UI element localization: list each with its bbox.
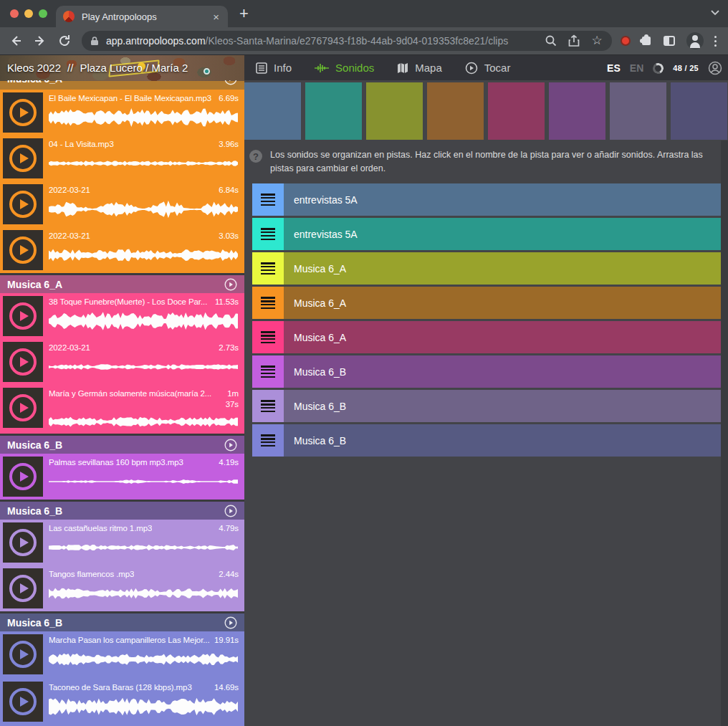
share-icon[interactable] [567, 34, 580, 47]
clip-duration: 14.69s [214, 682, 239, 693]
drag-handle-icon [261, 194, 275, 206]
account-icon[interactable] [708, 61, 722, 75]
track-drag-handle[interactable] [252, 321, 284, 353]
track-row[interactable]: Musica 6_A [252, 321, 721, 353]
track-drag-handle[interactable] [252, 218, 284, 250]
clip-play-button[interactable] [3, 634, 43, 674]
track-row[interactable]: entrevistas 5A [252, 183, 721, 216]
track-name[interactable]: Musica 6_B [284, 424, 721, 457]
track-color-swatch [549, 82, 605, 140]
play-icon [9, 394, 37, 421]
clip-waveform [49, 356, 239, 378]
track-row[interactable]: Musica 6_A [252, 252, 721, 285]
profile-avatar[interactable] [686, 32, 704, 49]
clip-play-button[interactable] [3, 92, 43, 133]
zoom-window-button[interactable] [39, 9, 47, 18]
scroll-gutter[interactable] [721, 140, 728, 726]
clip-item[interactable]: 2022-03-21 6.84s [0, 181, 244, 227]
tab-tocar[interactable]: Tocar [465, 62, 511, 75]
clip-play-button[interactable] [3, 230, 43, 270]
clip-item[interactable]: El Baile Mexicapan - El Baile Mexicapan.… [0, 90, 244, 135]
track-row[interactable]: Musica 6_B [252, 355, 721, 388]
clip-play-button[interactable] [3, 388, 43, 428]
breadcrumb-project[interactable]: Kleos 2022 [7, 62, 61, 74]
track-row[interactable]: Musica 6_A [252, 287, 721, 319]
clip-title: Tangos flamencos .mp3 [49, 569, 134, 580]
close-window-button[interactable] [10, 9, 19, 18]
track-drag-handle[interactable] [252, 390, 284, 422]
side-panel-icon[interactable] [664, 36, 675, 46]
clip-waveform [49, 413, 239, 431]
clip-item[interactable]: 38 Toque Funebre(Muerte) - Los Doce Par.… [0, 293, 244, 339]
track-name[interactable]: Musica 6_B [284, 390, 721, 422]
clip-item[interactable]: Palmas sevillanas 160 bpm mp3.mp3 4.19s [0, 454, 244, 500]
track-name[interactable]: Musica 6_B [284, 355, 721, 388]
minimize-window-button[interactable] [24, 9, 33, 18]
clip-list[interactable]: Musica 6_A El Baile Mexicapan - El Baile… [0, 80, 244, 726]
track-name[interactable]: entrevistas 5A [284, 218, 721, 250]
lang-en-button[interactable]: EN [630, 62, 643, 74]
track-section-header[interactable]: Musica 6_B [0, 502, 244, 520]
forward-button[interactable] [33, 34, 47, 48]
tab-mapa[interactable]: Mapa [397, 62, 442, 74]
tab-title: Play Antropoloops [82, 11, 211, 22]
clip-item[interactable]: Marcha Pasan los campanilleros Las Mejor… [0, 631, 244, 679]
map-thumbnail[interactable]: Kleos 2022 // Plaza Lucero / María 2 [0, 55, 244, 81]
section-play-icon[interactable] [224, 616, 237, 629]
lang-es-button[interactable]: ES [607, 62, 621, 74]
clip-title: Palmas sevillanas 160 bpm mp3.mp3 [49, 457, 183, 468]
track-row[interactable]: entrevistas 5A [252, 218, 721, 250]
back-button[interactable] [9, 34, 23, 48]
bookmark-star-icon[interactable]: ☆ [590, 34, 603, 47]
clip-play-button[interactable] [3, 296, 43, 336]
clip-play-button[interactable] [3, 138, 43, 178]
section-play-icon[interactable] [224, 505, 237, 517]
track-section-header[interactable]: Musica 6_A [0, 275, 244, 293]
track-section-header[interactable]: Musica 6_B [0, 613, 244, 631]
clip-play-button[interactable] [3, 568, 43, 608]
browser-tab[interactable]: Play Antropoloops × [56, 6, 228, 27]
extensions-icon[interactable] [642, 37, 651, 45]
clip-item[interactable]: 04 - La Visita.mp3 3.96s [0, 135, 244, 181]
track-row[interactable]: Musica 6_B [252, 390, 721, 422]
track-section-header[interactable]: Musica 6_B [0, 436, 244, 454]
clip-item[interactable]: Tangos flamencos .mp3 2.44s [0, 565, 244, 611]
record-indicator-icon[interactable] [621, 36, 631, 46]
clip-play-button[interactable] [3, 342, 43, 382]
reload-button[interactable] [57, 34, 72, 48]
clip-play-button[interactable] [3, 457, 43, 497]
clip-play-button[interactable] [3, 682, 43, 722]
tab-close-icon[interactable]: × [211, 11, 221, 23]
clip-item[interactable]: Taconeo de Sara Baras (128 kbps).mp3 14.… [0, 679, 244, 726]
track-drag-handle[interactable] [252, 287, 284, 319]
track-name[interactable]: Musica 6_A [284, 287, 721, 319]
clip-play-button[interactable] [3, 184, 43, 224]
track-section-header[interactable]: Musica 6_A [0, 80, 244, 90]
track-drag-handle[interactable] [252, 424, 284, 457]
clip-item[interactable]: 2022-03-21 3.03s [0, 227, 244, 273]
clip-item[interactable]: María y Germán solamente música(maría 2.… [0, 385, 244, 434]
new-tab-button[interactable]: + [239, 4, 249, 23]
tab-info[interactable]: Info [256, 62, 292, 74]
track-row[interactable]: Musica 6_B [252, 424, 721, 457]
section-play-icon[interactable] [224, 80, 237, 85]
clip-play-button[interactable] [3, 522, 43, 563]
url-bar[interactable]: app.antropoloops.com/Kleos-Santa-Marina/… [82, 31, 612, 51]
info-list-icon [256, 62, 267, 74]
section-play-icon[interactable] [224, 278, 237, 291]
clip-title: Las castañuelas ritmo 1.mp3 [49, 523, 152, 534]
browser-menu-icon[interactable] [714, 36, 717, 47]
track-drag-handle[interactable] [252, 355, 284, 388]
tab-search-chevron-icon[interactable] [711, 10, 719, 16]
clip-item[interactable]: Las castañuelas ritmo 1.mp3 4.79s [0, 520, 244, 565]
track-name[interactable]: entrevistas 5A [284, 183, 721, 216]
zoom-page-icon[interactable] [545, 34, 557, 47]
track-drag-handle[interactable] [252, 183, 284, 216]
header-right: ES EN 48 / 25 [607, 55, 722, 81]
section-play-icon[interactable] [224, 439, 237, 452]
track-drag-handle[interactable] [252, 252, 284, 285]
track-name[interactable]: Musica 6_A [284, 252, 721, 285]
clip-item[interactable]: 2022-03-21 2.73s [0, 339, 244, 385]
track-name[interactable]: Musica 6_A [284, 321, 721, 353]
tab-sonidos[interactable]: Sonidos [315, 62, 374, 74]
